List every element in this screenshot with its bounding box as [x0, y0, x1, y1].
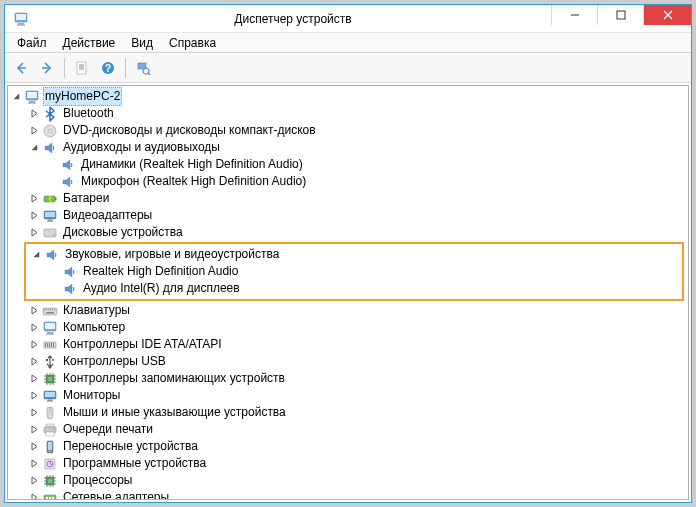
expander-closed-icon[interactable] [28, 458, 40, 470]
separator [125, 58, 126, 78]
content-area: myHomePC-2 Bluetooth DVD-дисководы и дис… [5, 83, 691, 502]
tree-item-intel-display-audio[interactable]: Аудио Intel(R) для дисплеев [26, 280, 682, 297]
expander-closed-icon[interactable] [28, 492, 40, 501]
expander-closed-icon[interactable] [28, 305, 40, 317]
speaker-icon [42, 140, 58, 156]
expander-closed-icon[interactable] [28, 390, 40, 402]
expander-closed-icon[interactable] [28, 322, 40, 334]
speaker-icon [60, 174, 76, 190]
menu-help[interactable]: Справка [161, 34, 224, 52]
item-label: Динамики (Realtek High Definition Audio) [79, 156, 305, 173]
expander-closed-icon[interactable] [28, 373, 40, 385]
item-label: Дисковые устройства [61, 224, 185, 241]
tree-item-microphone[interactable]: Микрофон (Realtek High Definition Audio) [8, 173, 688, 190]
app-icon [13, 11, 29, 27]
item-label: Программные устройства [61, 455, 208, 472]
expander-closed-icon[interactable] [28, 125, 40, 137]
back-button[interactable] [9, 56, 33, 80]
tree-item-batteries[interactable]: Батареи [8, 190, 688, 207]
keyboard-icon [42, 303, 58, 319]
tree-item-software-devices[interactable]: Программные устройства [8, 455, 688, 472]
toolbar [5, 53, 691, 83]
tree-item-keyboards[interactable]: Клавиатуры [8, 302, 688, 319]
item-label: Realtek High Definition Audio [81, 263, 240, 280]
expander-closed-icon[interactable] [28, 424, 40, 436]
item-label: Аудиовходы и аудиовыходы [61, 139, 222, 156]
ide-icon [42, 337, 58, 353]
expander-closed-icon[interactable] [28, 356, 40, 368]
item-label: Батареи [61, 190, 111, 207]
usb-icon [42, 354, 58, 370]
root-label[interactable]: myHomePC-2 [43, 87, 122, 106]
tree-item-storage-controllers[interactable]: Контроллеры запоминающих устройств [8, 370, 688, 387]
expander-closed-icon[interactable] [28, 227, 40, 239]
expander-closed-icon[interactable] [28, 193, 40, 205]
expander-closed-icon[interactable] [28, 441, 40, 453]
portable-icon [42, 439, 58, 455]
forward-button[interactable] [35, 56, 59, 80]
menubar: Файл Действие Вид Справка [5, 33, 691, 53]
item-label: Аудио Intel(R) для дисплеев [81, 280, 242, 297]
highlighted-section: Звуковые, игровые и видеоустройства Real… [24, 242, 684, 301]
expander-open-icon[interactable] [28, 142, 40, 154]
tree-item-video-adapters[interactable]: Видеоадаптеры [8, 207, 688, 224]
software-icon [42, 456, 58, 472]
help-button[interactable] [96, 56, 120, 80]
properties-button[interactable] [70, 56, 94, 80]
tree-item-speakers[interactable]: Динамики (Realtek High Definition Audio) [8, 156, 688, 173]
tree-item-print-queues[interactable]: Очереди печати [8, 421, 688, 438]
tree-root[interactable]: myHomePC-2 [8, 88, 688, 105]
item-label: Микрофон (Realtek High Definition Audio) [79, 173, 308, 190]
close-button[interactable] [643, 5, 691, 25]
expander-open-icon[interactable] [10, 91, 22, 103]
tree-item-disk-drives[interactable]: Дисковые устройства [8, 224, 688, 241]
tree-item-sound-game-video[interactable]: Звуковые, игровые и видеоустройства [26, 246, 682, 263]
tree-item-audio-io[interactable]: Аудиовходы и аудиовыходы [8, 139, 688, 156]
tree-item-realtek-hd[interactable]: Realtek High Definition Audio [26, 263, 682, 280]
tree-item-monitors[interactable]: Мониторы [8, 387, 688, 404]
bluetooth-icon [42, 106, 58, 122]
window-title: Диспетчер устройств [35, 12, 551, 26]
item-label: Контроллеры USB [61, 353, 168, 370]
item-label: Процессоры [61, 472, 135, 489]
tree-item-processors[interactable]: Процессоры [8, 472, 688, 489]
expander-closed-icon[interactable] [28, 475, 40, 487]
tree-item-dvd[interactable]: DVD-дисководы и дисководы компакт-дисков [8, 122, 688, 139]
network-icon [42, 490, 58, 501]
battery-icon [42, 191, 58, 207]
separator [64, 58, 65, 78]
speaker-icon [60, 157, 76, 173]
item-label: Переносные устройства [61, 438, 200, 455]
item-label: Клавиатуры [61, 302, 132, 319]
speaker-icon [44, 247, 60, 263]
scan-hardware-button[interactable] [131, 56, 155, 80]
menu-action[interactable]: Действие [55, 34, 124, 52]
chip-icon [42, 371, 58, 387]
item-label: Bluetooth [61, 105, 116, 122]
tree-item-ide-controllers[interactable]: Контроллеры IDE ATA/ATAPI [8, 336, 688, 353]
disk-icon [42, 225, 58, 241]
tree-item-usb-controllers[interactable]: Контроллеры USB [8, 353, 688, 370]
menu-view[interactable]: Вид [123, 34, 161, 52]
tree-item-mice[interactable]: Мыши и иные указывающие устройства [8, 404, 688, 421]
minimize-button[interactable] [551, 5, 597, 25]
tree-item-portable-devices[interactable]: Переносные устройства [8, 438, 688, 455]
tree-item-bluetooth[interactable]: Bluetooth [8, 105, 688, 122]
speaker-icon [62, 281, 78, 297]
titlebar[interactable]: Диспетчер устройств [5, 5, 691, 33]
maximize-button[interactable] [597, 5, 643, 25]
mouse-icon [42, 405, 58, 421]
menu-file[interactable]: Файл [9, 34, 55, 52]
tree-item-computer[interactable]: Компьютер [8, 319, 688, 336]
expander-closed-icon[interactable] [28, 407, 40, 419]
expander-open-icon[interactable] [30, 249, 42, 261]
item-label: Мониторы [61, 387, 122, 404]
printer-icon [42, 422, 58, 438]
expander-closed-icon[interactable] [28, 108, 40, 120]
item-label: Контроллеры IDE ATA/ATAPI [61, 336, 224, 353]
expander-closed-icon[interactable] [28, 339, 40, 351]
expander-closed-icon[interactable] [28, 210, 40, 222]
device-tree[interactable]: myHomePC-2 Bluetooth DVD-дисководы и дис… [7, 85, 689, 500]
tree-item-network-adapters[interactable]: Сетевые адаптеры [8, 489, 688, 500]
computer-icon [24, 89, 40, 105]
